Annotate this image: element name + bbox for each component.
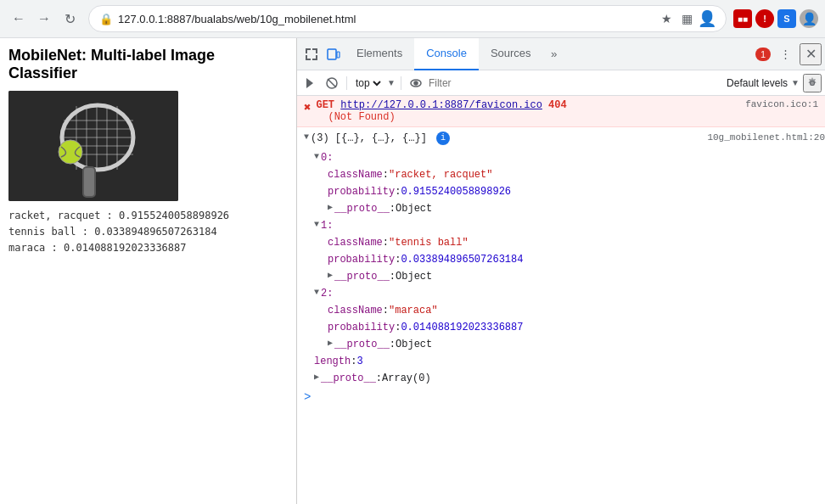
svg-rect-14 — [328, 49, 336, 59]
context-selector[interactable]: top — [352, 74, 384, 92]
index-0-expand[interactable] — [314, 150, 319, 163]
proto-1-expand[interactable] — [328, 269, 333, 282]
svg-rect-15 — [337, 52, 340, 58]
file-ref[interactable]: 10g_mobilenet.html:20 — [690, 131, 825, 145]
classname-2-row: className : "maraca" — [297, 302, 825, 319]
proto-1-row: __proto__ : Object — [297, 268, 825, 285]
proto-2-expand[interactable] — [328, 337, 333, 350]
error-message: (Not Found) — [316, 111, 818, 123]
error-line-1: GET http://127.0.0.1:8887/favicon.ico 40… — [316, 99, 818, 111]
profile-icon[interactable]: 👤 — [699, 10, 716, 27]
block-button[interactable] — [323, 74, 341, 92]
array-summary: (3) [{…}, {…}, {…}] i — [311, 131, 450, 146]
page-area: MobileNet: Multi-label Image Classifier — [0, 38, 825, 504]
settings-btn[interactable]: ⋮ — [774, 43, 796, 65]
console-input[interactable] — [314, 391, 818, 403]
reload-button[interactable]: ↻ — [58, 7, 81, 31]
lock-icon: 🔒 — [99, 13, 113, 25]
address-icons: ★ ▦ 👤 — [658, 10, 716, 27]
filter-input[interactable] — [429, 77, 723, 89]
predictions: racket, racquet : 0.9155240058898926 ten… — [8, 208, 288, 257]
racket-image — [8, 91, 178, 201]
array-output-row: (3) [{…}, {…}, {…}] i 10g_mobilenet.html… — [297, 127, 825, 149]
proto-0-row: __proto__ : Object — [297, 200, 825, 217]
execute-button[interactable] — [300, 74, 319, 92]
probability-2-row: probability : 0.014088192023336887 — [297, 319, 825, 336]
array-expand-btn[interactable] — [304, 131, 309, 143]
error-url[interactable]: http://127.0.0.1:8887/favicon.ico — [340, 99, 542, 111]
svg-point-13 — [59, 140, 82, 164]
probability-0-row: probability : 0.9155240058898926 — [297, 183, 825, 200]
levels-label: Default levels — [727, 77, 788, 89]
menu-icon-1[interactable]: ■■ — [733, 9, 752, 28]
proto-0-expand[interactable] — [328, 201, 333, 214]
console-settings-btn[interactable] — [803, 74, 822, 92]
svg-point-20 — [414, 81, 418, 85]
extensions-icon[interactable]: ▦ — [678, 10, 695, 27]
more-tabs-button[interactable]: » — [543, 43, 565, 65]
prediction-1: tennis ball : 0.033894896507263184 — [8, 224, 288, 240]
error-file[interactable]: favicon.ico:1 — [745, 99, 818, 109]
error-code: 404 — [548, 99, 567, 111]
menu-icon-2[interactable]: ! — [755, 9, 774, 28]
error-icon: ✖ — [304, 100, 311, 115]
tab-console[interactable]: Console — [414, 38, 479, 70]
svg-marker-16 — [306, 78, 313, 88]
classname-1-row: className : "tennis ball" — [297, 234, 825, 251]
console-content: ✖ GET http://127.0.0.1:8887/favicon.ico … — [297, 96, 825, 504]
profile-avatar[interactable]: 👤 — [800, 9, 818, 28]
length-row: length : 3 — [297, 353, 825, 370]
error-content: GET http://127.0.0.1:8887/favicon.ico 40… — [316, 99, 818, 123]
webpage: MobileNet: Multi-label Image Classifier — [0, 38, 297, 504]
page-title: MobileNet: Multi-label Image Classifier — [8, 47, 288, 82]
nav-buttons: ← → ↻ — [7, 7, 81, 31]
back-button[interactable]: ← — [7, 7, 31, 31]
proto-array-row: __proto__ : Array(0) — [297, 370, 825, 387]
device-toolbar-btn[interactable] — [323, 43, 345, 65]
close-devtools-btn[interactable]: ✕ — [800, 43, 822, 65]
forward-button[interactable]: → — [32, 7, 56, 31]
index-1-row: 1: — [297, 217, 825, 234]
error-row: ✖ GET http://127.0.0.1:8887/favicon.ico … — [297, 96, 825, 127]
tab-elements[interactable]: Elements — [345, 38, 414, 70]
devtools-panel: Elements Console Sources » 1 ⋮ ✕ — [297, 38, 825, 504]
prediction-0: racket, racquet : 0.9155240058898926 — [8, 208, 288, 224]
proto-array-expand[interactable] — [314, 371, 319, 384]
menu-icon-3[interactable]: S — [777, 9, 796, 28]
index-1-expand[interactable] — [314, 218, 319, 231]
browser-actions: ■■ ! S 👤 — [733, 9, 818, 28]
star-icon[interactable]: ★ — [658, 10, 675, 27]
browser-chrome: ← → ↻ 🔒 127.0.0.1:8887/bualabs/web/10g_m… — [0, 0, 825, 38]
inspect-element-btn[interactable] — [300, 43, 323, 65]
console-toolbar: top ▼ Default levels ▼ — [297, 70, 825, 96]
svg-line-18 — [328, 79, 336, 87]
error-method: GET — [316, 99, 334, 111]
devtools-tabs: Elements Console Sources » 1 ⋮ ✕ — [297, 38, 825, 70]
probability-1-row: probability : 0.033894896507263184 — [297, 251, 825, 268]
svg-rect-12 — [83, 167, 95, 197]
classname-0-row: className : "racket, racquet" — [297, 166, 825, 183]
tab-sources[interactable]: Sources — [479, 38, 543, 70]
console-prompt: > — [297, 387, 825, 407]
index-0-row: 0: — [297, 149, 825, 166]
prompt-arrow[interactable]: > — [304, 390, 311, 404]
prediction-2: maraca : 0.014088192023336887 — [8, 240, 288, 256]
info-badge: i — [436, 132, 450, 145]
levels-arrow: ▼ — [791, 78, 800, 87]
url-text: 127.0.0.1:8887/bualabs/web/10g_mobilenet… — [118, 13, 653, 25]
eye-icon-btn[interactable] — [407, 74, 425, 92]
address-bar-row: ← → ↻ 🔒 127.0.0.1:8887/bualabs/web/10g_m… — [0, 0, 825, 37]
proto-2-row: __proto__ : Object — [297, 336, 825, 353]
error-count-badge: 1 — [755, 48, 771, 61]
page-image — [8, 91, 178, 201]
index-2-row: 2: — [297, 285, 825, 302]
index-2-expand[interactable] — [314, 286, 319, 299]
address-bar[interactable]: 🔒 127.0.0.1:8887/bualabs/web/10g_mobilen… — [88, 5, 727, 32]
